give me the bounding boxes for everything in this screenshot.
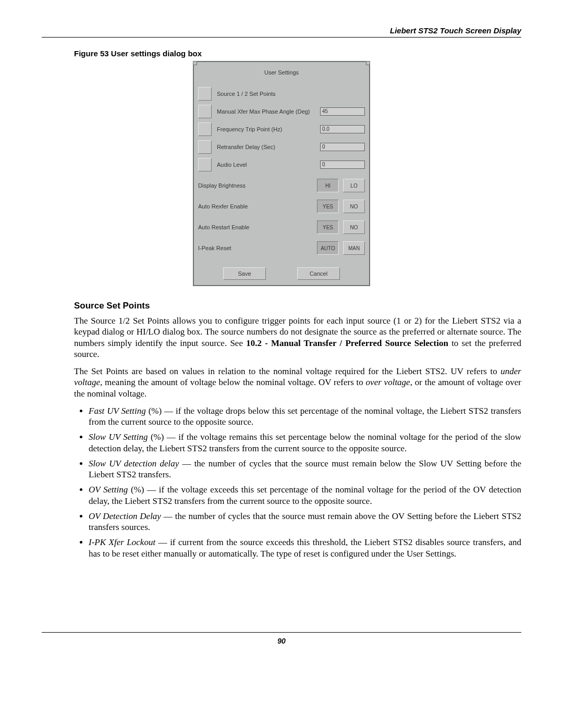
ipeak-man[interactable]: MAN [343, 241, 365, 255]
row-freq-trip: Frequency Trip Point (Hz) 0.0 [198, 122, 365, 136]
setpoints-label: Source 1 / 2 Set Points [217, 91, 365, 97]
setpoints-button[interactable] [198, 87, 212, 101]
bullet-item: OV Setting (%) — if the voltage exceeds … [89, 484, 521, 507]
row-ipeak: I-Peak Reset AUTO MAN [198, 241, 365, 255]
rexfer-no[interactable]: NO [343, 200, 365, 213]
bullet-item: OV Detection Delay — the number of cycle… [89, 511, 521, 533]
phase-angle-button[interactable] [198, 105, 212, 118]
retransfer-button[interactable] [198, 140, 212, 154]
audio-button[interactable] [198, 158, 212, 171]
row-rexfer: Auto Rexfer Enable YES NO [198, 200, 365, 213]
row-audio: Audio Level 0 [198, 158, 365, 171]
dialog-title: User Settings [198, 66, 365, 83]
row-restart: Auto Restart Enable YES NO [198, 220, 365, 234]
row-retransfer: Retransfer Delay (Sec) 0 [198, 140, 365, 154]
save-button[interactable]: Save [223, 267, 266, 280]
bullet-item: Fast UV Setting (%) — if the voltage dro… [89, 405, 521, 428]
bullet-item: Slow UV detection delay — the number of … [89, 458, 521, 480]
ipeak-label: I-Peak Reset [198, 245, 317, 251]
cancel-button[interactable]: Cancel [297, 267, 340, 280]
rexfer-label: Auto Rexfer Enable [198, 203, 317, 209]
row-brightness: Display Brightness HI LO [198, 179, 365, 192]
retransfer-label: Retransfer Delay (Sec) [217, 144, 320, 150]
audio-label: Audio Level [217, 162, 320, 168]
brightness-lo[interactable]: LO [343, 179, 365, 192]
bullet-item: Slow UV Setting (%) — if the voltage rem… [89, 431, 521, 454]
running-header: Liebert STS2 Touch Screen Display [42, 26, 521, 35]
brightness-label: Display Brightness [198, 182, 317, 189]
restart-yes[interactable]: YES [317, 220, 339, 234]
restart-no[interactable]: NO [343, 220, 365, 234]
section-heading: Source Set Points [74, 301, 521, 311]
phase-angle-input[interactable]: 45 [320, 107, 365, 116]
rexfer-yes[interactable]: YES [317, 200, 339, 213]
retransfer-input[interactable]: 0 [320, 143, 365, 151]
para-1: The Source 1/2 Set Points allows you to … [74, 315, 521, 360]
brightness-hi[interactable]: HI [317, 179, 339, 192]
freq-trip-button[interactable] [198, 122, 212, 136]
figure-caption: Figure 53 User settings dialog box [74, 49, 521, 58]
para-2: The Set Points are based on values in re… [74, 366, 521, 399]
ipeak-auto[interactable]: AUTO [317, 241, 339, 255]
row-source-setpoints: Source 1 / 2 Set Points [198, 87, 365, 101]
user-settings-dialog: User Settings Source 1 / 2 Set Points Ma… [193, 61, 370, 286]
restart-label: Auto Restart Enable [198, 224, 317, 230]
phase-angle-label: Manual Xfer Max Phase Angle (Deg) [217, 108, 320, 115]
row-phase-angle: Manual Xfer Max Phase Angle (Deg) 45 [198, 105, 365, 118]
bullet-item: I-PK Xfer Lockout — if current from the … [89, 537, 521, 559]
bullet-list: Fast UV Setting (%) — if the voltage dro… [74, 405, 521, 559]
page-number: 90 [42, 637, 521, 645]
freq-trip-input[interactable]: 0.0 [320, 125, 365, 133]
audio-input[interactable]: 0 [320, 161, 365, 169]
top-rule [42, 37, 521, 38]
bottom-rule [42, 632, 521, 633]
freq-trip-label: Frequency Trip Point (Hz) [217, 126, 320, 132]
